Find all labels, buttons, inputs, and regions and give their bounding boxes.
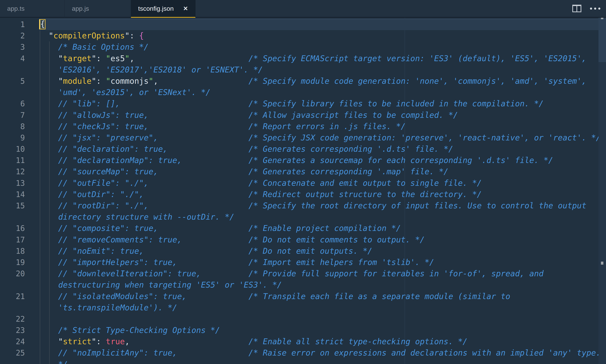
code-line-wrap[interactable]: 'ES2016', 'ES2017','ES2018' or 'ESNEXT'.… — [0, 64, 606, 76]
tab-app-js[interactable]: app.js — [65, 0, 131, 18]
code-line-wrap[interactable]: */ — [0, 359, 606, 364]
code-line-6[interactable]: 6 // "lib": [], /* Specify library files… — [0, 98, 606, 109]
code-line-18[interactable]: 18 // "noEmit": true, /* Do not emit out… — [0, 246, 606, 257]
line-number[interactable]: 23 — [0, 325, 25, 336]
line-number[interactable]: 18 — [0, 246, 25, 257]
line-number[interactable]: 20 — [0, 268, 25, 279]
line-number[interactable]: 6 — [0, 98, 25, 109]
code-line-11[interactable]: 11 // "declarationMap": true, /* Generat… — [0, 155, 606, 166]
code-line-3[interactable]: 3 /* Basic Options */ — [0, 41, 606, 53]
code-line-7[interactable]: 7 // "allowJs": true, /* Allow javascrip… — [0, 110, 606, 121]
code-line-10[interactable]: 10 // "declaration": true, /* Generates … — [0, 143, 606, 155]
code-area[interactable]: 1{2 "compilerOptions": {3 /* Basic Optio… — [0, 19, 606, 364]
line-number[interactable]: 24 — [0, 336, 25, 347]
tab-label: app.ts — [7, 5, 25, 12]
line-number[interactable]: 25 — [0, 347, 25, 359]
code-line-19[interactable]: 19 // "importHelpers": true, /* Import e… — [0, 257, 606, 268]
line-number[interactable]: 14 — [0, 189, 25, 200]
line-number[interactable]: 22 — [0, 313, 25, 325]
more-actions-icon[interactable] — [590, 8, 600, 10]
code-line-4[interactable]: 4 "target": "es5", /* Specify ECMAScript… — [0, 53, 606, 64]
code-line-22[interactable]: 22 — [0, 313, 606, 325]
code-line-21[interactable]: 21 // "isolatedModules": true, /* Transp… — [0, 291, 606, 302]
line-number[interactable]: 13 — [0, 178, 25, 189]
line-number[interactable]: 10 — [0, 143, 25, 155]
scrollbar-thumb[interactable] — [598, 18, 606, 62]
code-line-25[interactable]: 25 // "noImplicitAny": true, /* Raise er… — [0, 347, 606, 359]
code-line-24[interactable]: 24 "strict": true, /* Enable all strict … — [0, 336, 606, 347]
code-line-13[interactable]: 13 // "outFile": "./", /* Concatenate an… — [0, 178, 606, 189]
code-line-wrap[interactable]: directory structure with --outDir. */ — [0, 211, 606, 223]
tab-close-icon[interactable]: ✕ — [183, 5, 188, 12]
code-line-20[interactable]: 20 // "downlevelIteration": true, /* Pro… — [0, 268, 606, 279]
code-line-8[interactable]: 8 // "checkJs": true, /* Report errors i… — [0, 121, 606, 132]
code-line-16[interactable]: 16 // "composite": true, /* Enable proje… — [0, 223, 606, 234]
tab-label: app.js — [72, 5, 89, 12]
line-number[interactable]: 15 — [0, 200, 25, 211]
tab-tsconfig-json[interactable]: tsconfig.json✕ — [131, 0, 195, 18]
line-number[interactable]: 11 — [0, 155, 25, 166]
scrollbar[interactable] — [598, 18, 606, 364]
tab-bar: app.tsapp.jstsconfig.json✕ — [0, 0, 606, 18]
matched-bracket-cursor: { — [39, 19, 46, 29]
code-line-23[interactable]: 23 /* Strict Type-Checking Options */ — [0, 325, 606, 336]
code-line-wrap[interactable]: destructuring when targeting 'ES5' or 'E… — [0, 279, 606, 291]
line-number[interactable]: 8 — [0, 121, 25, 132]
line-number[interactable]: 12 — [0, 166, 25, 177]
line-number[interactable]: 19 — [0, 257, 25, 268]
line-number[interactable]: 3 — [0, 41, 25, 53]
code-line-5[interactable]: 5 "module": "commonjs", /* Specify modul… — [0, 76, 606, 87]
line-number[interactable]: 16 — [0, 223, 25, 234]
tab-app-ts[interactable]: app.ts — [0, 0, 65, 18]
code-line-wrap[interactable]: 'ts.transpileModule'). */ — [0, 302, 606, 313]
line-number[interactable]: 5 — [0, 76, 25, 87]
line-number[interactable]: 1 — [0, 19, 25, 30]
code-line-15[interactable]: 15 // "rootDir": "./", /* Specify the ro… — [0, 200, 606, 211]
overview-ruler-marker — [601, 18, 603, 19]
tab-label: tsconfig.json — [138, 5, 174, 12]
code-line-12[interactable]: 12 // "sourceMap": true, /* Generates co… — [0, 166, 606, 177]
overview-ruler-marker — [601, 262, 603, 265]
line-number[interactable]: 7 — [0, 110, 25, 121]
code-line-9[interactable]: 9 // "jsx": "preserve", /* Specify JSX c… — [0, 132, 606, 143]
line-number[interactable]: 17 — [0, 234, 25, 246]
line-number[interactable]: 9 — [0, 132, 25, 143]
line-number[interactable]: 21 — [0, 291, 25, 302]
code-line-2[interactable]: 2 "compilerOptions": { — [0, 30, 606, 41]
code-line-14[interactable]: 14 // "outDir": "./", /* Redirect output… — [0, 189, 606, 200]
code-line-wrap[interactable]: 'umd', 'es2015', or 'ESNext'. */ — [0, 87, 606, 98]
tabbar-actions — [195, 0, 606, 18]
split-editor-icon[interactable] — [572, 5, 581, 12]
code-line-17[interactable]: 17 // "removeComments": true, /* Do not … — [0, 234, 606, 246]
editor[interactable]: 1{2 "compilerOptions": {3 /* Basic Optio… — [0, 18, 606, 364]
line-number[interactable]: 2 — [0, 30, 25, 41]
line-number[interactable]: 4 — [0, 53, 25, 64]
code-line-1[interactable]: 1{ — [0, 19, 606, 30]
